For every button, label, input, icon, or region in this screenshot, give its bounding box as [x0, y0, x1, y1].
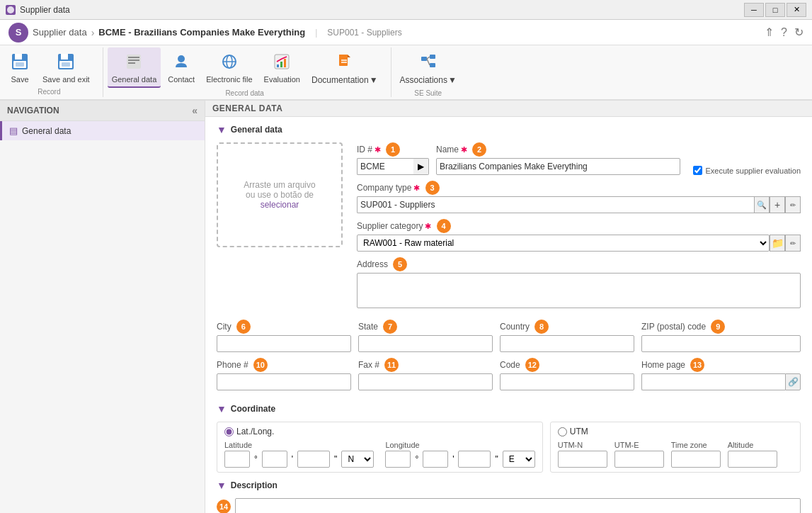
company-type-search-button[interactable]: 🔍 [754, 196, 770, 213]
id-label: ID # ✱ 1 [357, 142, 429, 157]
address-row: Address 5 [357, 257, 801, 308]
sidebar-item-icon: ▤ [9, 125, 18, 136]
coordinate-title: ▼ Coordinate [217, 403, 801, 415]
supplier-category-edit-button[interactable]: ✏ [785, 235, 801, 252]
toolbar-group-sesuite-label: SE Suite [396, 89, 461, 97]
help-button[interactable]: ? [781, 26, 787, 39]
refresh-button[interactable]: ↻ [794, 26, 804, 39]
electronic-file-button[interactable]: Electronic file [202, 47, 256, 88]
breadcrumb-current: BCME - Brazilians Companies Make Everyth… [98, 27, 305, 38]
documentation-button[interactable]: Documentation ▼ [307, 47, 382, 88]
supplier-category-select[interactable]: RAW001 - Raw material [357, 235, 770, 252]
svg-rect-8 [62, 62, 70, 67]
supplier-category-required: ✱ [425, 222, 431, 230]
lat-long-radio[interactable] [224, 427, 234, 436]
zip-input[interactable] [641, 335, 801, 352]
id-navigate-button[interactable]: ▶ [413, 158, 429, 175]
general-data-button[interactable]: General data [108, 47, 161, 88]
homepage-input[interactable] [641, 373, 785, 390]
sidebar: NAVIGATION « ▤ General data [0, 101, 205, 513]
utm-radio-label[interactable]: UTM [558, 427, 588, 436]
utm-e-input[interactable] [614, 451, 664, 468]
file-drop-zone[interactable]: Arraste um arquivo ou use o botão de sel… [217, 142, 343, 247]
company-type-input[interactable] [357, 196, 754, 213]
breadcrumb-right-controls: ⇑ ? ↻ [765, 26, 804, 39]
toolbar-group-record-label: Record [4, 88, 94, 96]
homepage-label: Home page 13 [641, 358, 801, 372]
close-button[interactable]: ✕ [787, 3, 806, 17]
supplier-category-add-button[interactable]: 📁 [770, 235, 785, 252]
utm-fields: UTM-N UTM-E Time zone Altitude [558, 441, 793, 468]
svg-rect-10 [128, 57, 139, 58]
phone-input[interactable] [217, 373, 351, 390]
id-name-row: ID # ✱ 1 ▶ Name [357, 142, 801, 175]
evaluation-button[interactable]: Evaluation [260, 47, 304, 88]
lon-min-input[interactable] [423, 451, 448, 468]
lat-long-radio-label[interactable]: Lat./Long. [224, 427, 274, 436]
coord-arrow: ▼ [217, 403, 227, 415]
company-type-input-group: 🔍 + ✏ [357, 196, 801, 213]
utm-n-field: UTM-N [558, 441, 607, 468]
city-input[interactable] [217, 335, 351, 352]
company-type-label: Company type ✱ 3 [357, 181, 801, 195]
fax-input[interactable] [358, 373, 493, 390]
sidebar-collapse-button[interactable]: « [192, 105, 198, 116]
execute-evaluation-checkbox[interactable] [693, 166, 702, 175]
id-input[interactable] [357, 158, 413, 175]
breadcrumb-sub: SUP001 - Suppliers [327, 28, 401, 38]
code-input[interactable] [500, 373, 634, 390]
lat-long-fields: Latitude ° ' " N S [224, 441, 535, 468]
save-button[interactable]: Save [4, 47, 35, 86]
contact-button[interactable]: Contact [164, 47, 199, 88]
general-data-section: ▼ General data Arraste um arquivo ou use… [205, 117, 812, 403]
svg-rect-26 [421, 57, 427, 61]
address-label: Address 5 [357, 257, 801, 271]
svg-rect-12 [128, 62, 135, 64]
svg-rect-6 [61, 54, 68, 60]
address-textarea[interactable] [357, 273, 801, 308]
lat-deg-input[interactable] [224, 451, 250, 468]
sidebar-item-general-data[interactable]: ▤ General data [0, 121, 205, 140]
utm-n-input[interactable] [558, 451, 607, 468]
file-drop-text2: ou use o botão de [246, 190, 314, 200]
address-field: Address 5 [357, 257, 801, 308]
name-required: ✱ [461, 145, 467, 154]
description-input[interactable] [235, 498, 801, 513]
country-input[interactable] [500, 335, 634, 352]
lon-dir-select[interactable]: E W [503, 451, 535, 468]
longitude-label: Longitude [385, 441, 534, 449]
name-input[interactable] [436, 158, 680, 175]
time-zone-input[interactable] [671, 451, 721, 468]
associations-button[interactable]: Associations ▼ [396, 47, 461, 88]
collapse-button[interactable]: ⇑ [765, 26, 774, 39]
lon-sec-input[interactable] [458, 451, 491, 468]
associations-label: Associations ▼ [400, 75, 457, 85]
code-field: Code 12 [500, 358, 634, 390]
coordinate-content: Lat./Long. Latitude ° ' [217, 422, 801, 473]
company-type-edit-button[interactable]: ✏ [785, 196, 801, 213]
utm-n-label: UTM-N [558, 441, 607, 449]
execute-evaluation-field: Execute supplier evaluation [693, 166, 801, 175]
phone-field: Phone # 10 [217, 358, 351, 390]
minimize-button[interactable]: ─ [744, 3, 764, 17]
altitude-label: Altitude [728, 441, 777, 449]
file-select-link[interactable]: selecionar [261, 200, 299, 210]
section-arrow: ▼ [217, 124, 227, 135]
company-type-add-button[interactable]: + [770, 196, 785, 213]
title-bar-text: Supplier data [20, 5, 744, 15]
supplier-category-field: Supplier category ✱ 4 RAW001 - Raw mater… [357, 219, 801, 252]
id-field: ID # ✱ 1 ▶ [357, 142, 429, 175]
utm-radio[interactable] [558, 427, 567, 436]
homepage-open-button[interactable]: 🔗 [785, 373, 801, 390]
altitude-input[interactable] [728, 451, 777, 468]
save-exit-button[interactable]: Save and exit [38, 47, 94, 86]
state-input[interactable] [358, 335, 493, 352]
state-badge: 7 [383, 320, 397, 334]
maximize-button[interactable]: □ [765, 3, 785, 17]
lat-long-group: Lat./Long. Latitude ° ' [217, 422, 543, 473]
lat-min-input[interactable] [262, 451, 287, 468]
breadcrumb-home[interactable]: Supplier data [33, 27, 87, 38]
lat-sec-input[interactable] [297, 451, 330, 468]
lon-deg-input[interactable] [385, 451, 411, 468]
lat-dir-select[interactable]: N S [341, 451, 374, 468]
